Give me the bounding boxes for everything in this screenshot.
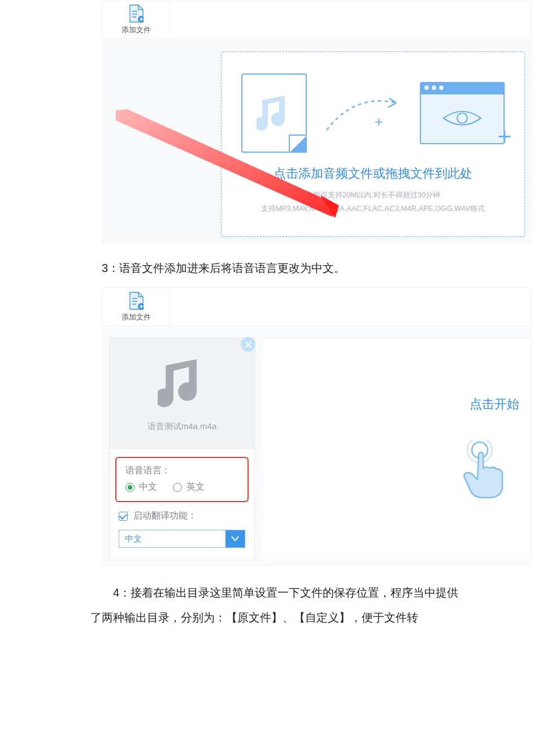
right-panel: 点击开始 bbox=[263, 338, 531, 560]
screenshot-dropzone: 添加文件 + bbox=[102, 0, 531, 243]
step-4-text: 4：接着在输出目录这里简单设置一下文件的保存位置，程序当中提供了两种输出目录，分… bbox=[90, 580, 466, 630]
svg-point-7 bbox=[457, 113, 467, 123]
translate-label: 启动翻译功能： bbox=[133, 510, 197, 522]
page-fold-icon bbox=[289, 135, 307, 153]
drop-zone[interactable]: + + 点击添加音频文件或拖拽文件到此处 当前仅支持20M以内,时 bbox=[221, 51, 525, 237]
translate-row: 启动翻译功能： bbox=[110, 502, 254, 525]
add-file-button[interactable]: 添加文件 bbox=[102, 1, 170, 39]
start-text: 点击开始 bbox=[470, 396, 519, 413]
select-value: 中文 bbox=[119, 534, 225, 545]
language-selection-highlight: 语音语言： 中文 英文 bbox=[115, 457, 249, 502]
music-note-icon bbox=[158, 355, 206, 411]
add-file-button-2[interactable]: 添加文件 bbox=[102, 288, 170, 326]
radio-chinese[interactable]: 中文 bbox=[125, 481, 157, 493]
language-radio-group: 中文 英文 bbox=[125, 481, 238, 493]
drop-zone-title: 点击添加音频文件或拖拽文件到此处 bbox=[273, 165, 472, 182]
dashed-arrow-icon: + bbox=[324, 90, 403, 136]
document-add-icon bbox=[129, 292, 144, 310]
file-name: 语音测试m4a.m4a bbox=[147, 421, 217, 432]
radio-icon bbox=[173, 483, 182, 492]
radio-chinese-label: 中文 bbox=[139, 481, 157, 493]
radio-english[interactable]: 英文 bbox=[173, 481, 205, 493]
tap-hand-icon bbox=[453, 440, 515, 503]
eye-icon bbox=[421, 107, 503, 129]
music-note-icon bbox=[257, 92, 292, 134]
file-settings-panel: 语音测试m4a.m4a 语音语言： 中文 英文 启动翻译功能： bbox=[109, 338, 255, 560]
radio-icon bbox=[125, 483, 134, 492]
svg-text:+: + bbox=[375, 113, 383, 130]
toolbar: 添加文件 bbox=[102, 1, 531, 39]
add-file-label: 添加文件 bbox=[121, 25, 151, 35]
drop-zone-hint-2: 支持MP3,MAV,M4A,WMA,AAC,FLAC,AC3,M4R,APE,O… bbox=[261, 204, 485, 214]
plus-icon: + bbox=[497, 125, 511, 149]
file-card: 语音测试m4a.m4a bbox=[110, 338, 254, 449]
drop-zone-illustration: + + bbox=[241, 74, 505, 153]
radio-english-label: 英文 bbox=[186, 481, 205, 493]
language-label: 语音语言： bbox=[125, 465, 238, 477]
document-add-icon bbox=[129, 5, 144, 23]
drop-zone-hint-1: 当前仅支持20M以内,时长不得超过30分钟 bbox=[306, 190, 440, 200]
screenshot-settings: 添加文件 语音测试m4a.m4a 语音语言： bbox=[102, 287, 531, 565]
chevron-down-icon bbox=[225, 530, 245, 547]
preview-window-icon: + bbox=[420, 82, 505, 144]
audio-file-icon bbox=[241, 74, 307, 153]
page: 添加文件 + bbox=[0, 0, 534, 647]
toolbar-2: 添加文件 bbox=[102, 288, 531, 326]
translate-language-select[interactable]: 中文 bbox=[119, 530, 245, 548]
remove-file-button[interactable] bbox=[241, 337, 255, 352]
add-file-label-2: 添加文件 bbox=[121, 312, 151, 322]
translate-checkbox[interactable] bbox=[119, 512, 128, 521]
step-3-text: 3：语音文件添加进来后将语音语言更改为中文。 bbox=[102, 259, 509, 277]
close-icon bbox=[244, 340, 253, 349]
